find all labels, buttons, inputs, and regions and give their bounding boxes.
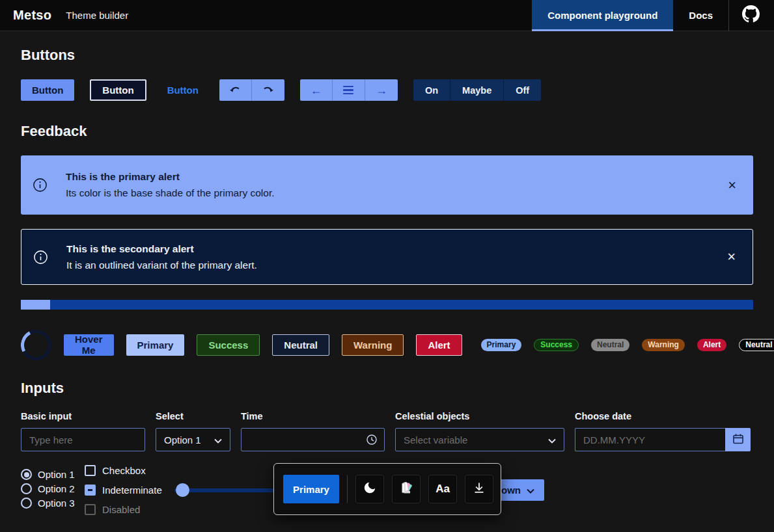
bottom-controls-area: Option 1 Option 2 Option 3 Checkbox Inde… bbox=[21, 463, 753, 528]
arrow-left-icon: ← bbox=[310, 85, 322, 96]
radio-option-2[interactable]: Option 2 bbox=[21, 483, 75, 494]
text-button[interactable]: Button bbox=[162, 79, 204, 101]
slider-track[interactable] bbox=[174, 488, 284, 492]
radio-label: Option 3 bbox=[38, 498, 75, 509]
github-link[interactable] bbox=[728, 0, 774, 31]
primary-alert: This is the primary alert Its color is t… bbox=[21, 155, 753, 215]
primary-button[interactable]: Primary bbox=[126, 334, 185, 356]
spinner bbox=[17, 325, 55, 364]
dark-mode-button[interactable] bbox=[355, 475, 384, 503]
checkbox-indeterminate[interactable]: Indeterminate bbox=[85, 484, 162, 496]
checkbox-disabled-icon bbox=[85, 504, 96, 515]
typography-button[interactable]: Aa bbox=[428, 475, 457, 503]
toolbar-popover: Primary Aa bbox=[273, 463, 501, 515]
header-tabs: Component playground Docs bbox=[532, 0, 774, 31]
download-button[interactable] bbox=[465, 475, 493, 503]
radio-label: Option 1 bbox=[38, 469, 75, 480]
celestial-label: Celestial objects bbox=[395, 411, 564, 423]
app-subtitle: Theme builder bbox=[66, 10, 128, 21]
badge-neutral: Neutral bbox=[591, 339, 629, 351]
brand-logo[interactable]: Metso bbox=[13, 8, 51, 23]
main-content: Buttons Button Button Button ← bbox=[0, 47, 774, 528]
alert-text: This is the secondary alert It is an out… bbox=[66, 243, 257, 271]
chevron-down-icon bbox=[214, 434, 222, 446]
chevron-down-icon bbox=[548, 434, 556, 446]
radio-option-1[interactable]: Option 1 bbox=[21, 469, 75, 480]
basic-input[interactable] bbox=[21, 428, 145, 451]
badge-primary: Primary bbox=[481, 339, 522, 351]
checkbox-indeterminate-icon bbox=[85, 485, 96, 496]
theme-swatch-button[interactable] bbox=[392, 475, 421, 503]
redo-icon bbox=[262, 83, 275, 98]
info-icon bbox=[33, 178, 48, 193]
date-input[interactable] bbox=[575, 428, 725, 451]
celestial-placeholder: Select variable bbox=[404, 434, 467, 446]
badge-success: Success bbox=[534, 339, 579, 351]
filled-button[interactable]: Button bbox=[21, 79, 74, 101]
tab-docs[interactable]: Docs bbox=[673, 0, 728, 31]
tab-component-playground[interactable]: Component playground bbox=[532, 0, 673, 31]
checkbox-disabled: Disabled bbox=[85, 503, 162, 515]
checkbox-unchecked[interactable]: Checkbox bbox=[85, 464, 162, 476]
section-title-feedback: Feedback bbox=[21, 123, 753, 140]
color-swatch-fan-icon bbox=[398, 480, 414, 499]
radio-checked-icon bbox=[21, 469, 32, 480]
checkbox-group: Checkbox Indeterminate Disabled bbox=[85, 464, 162, 515]
time-field: Time bbox=[241, 411, 385, 451]
checkbox-icon bbox=[85, 465, 96, 476]
popover-divider bbox=[347, 475, 348, 503]
menu-button[interactable] bbox=[333, 79, 365, 101]
progress-fill bbox=[21, 300, 50, 310]
undo-icon bbox=[228, 83, 242, 98]
badge-neutral-outline: Neutral bbox=[739, 339, 774, 351]
nav-button-group: ← → bbox=[300, 79, 398, 101]
alert-title: This is the secondary alert bbox=[66, 243, 257, 255]
toggle-button-group: On Maybe Off bbox=[413, 79, 541, 101]
history-button-group bbox=[219, 79, 284, 101]
radio-unchecked-icon bbox=[21, 483, 32, 494]
close-icon[interactable]: × bbox=[727, 250, 736, 264]
basic-input-label: Basic input bbox=[21, 411, 145, 423]
checkbox-label: Indeterminate bbox=[102, 485, 162, 496]
secondary-alert: This is the secondary alert It is an out… bbox=[21, 229, 753, 285]
redo-button[interactable] bbox=[252, 79, 284, 101]
section-title-inputs: Inputs bbox=[21, 380, 753, 397]
radio-unchecked-icon bbox=[21, 498, 32, 509]
download-icon bbox=[473, 481, 486, 498]
badge-warning: Warning bbox=[642, 339, 685, 351]
arrow-right-icon: → bbox=[376, 85, 387, 96]
input-fields-row: Basic input Select Option 1 Time Celesti… bbox=[21, 411, 753, 451]
arrow-left-button[interactable]: ← bbox=[300, 79, 333, 101]
basic-input-field: Basic input bbox=[21, 411, 145, 451]
slider-thumb[interactable] bbox=[176, 483, 189, 497]
checkbox-label: Disabled bbox=[102, 504, 140, 515]
celestial-select[interactable]: Select variable bbox=[395, 428, 564, 451]
popover-primary-button[interactable]: Primary bbox=[283, 475, 339, 503]
hover-me-button[interactable]: Hover Me bbox=[64, 334, 114, 356]
success-button[interactable]: Success bbox=[197, 334, 260, 356]
time-input[interactable] bbox=[241, 428, 385, 451]
undo-button[interactable] bbox=[219, 79, 252, 101]
chevron-down-icon bbox=[527, 485, 534, 496]
celestial-field: Celestial objects Select variable bbox=[395, 411, 564, 451]
radio-label: Option 2 bbox=[38, 483, 75, 494]
alert-button[interactable]: Alert bbox=[416, 334, 462, 356]
neutral-button[interactable]: Neutral bbox=[272, 334, 329, 356]
alert-text: This is the primary alert Its color is t… bbox=[66, 171, 275, 199]
toggle-off-button[interactable]: Off bbox=[504, 79, 541, 101]
calendar-icon bbox=[732, 432, 745, 447]
select-input[interactable]: Option 1 bbox=[156, 428, 230, 451]
moon-icon bbox=[363, 481, 377, 498]
alert-message: Its color is the base shade of the prima… bbox=[66, 187, 275, 199]
slider[interactable] bbox=[174, 483, 284, 498]
calendar-button[interactable] bbox=[725, 428, 751, 451]
toggle-on-button[interactable]: On bbox=[413, 79, 450, 101]
toggle-maybe-button[interactable]: Maybe bbox=[450, 79, 504, 101]
radio-option-3[interactable]: Option 3 bbox=[21, 498, 75, 509]
outlined-button[interactable]: Button bbox=[90, 79, 146, 101]
select-field: Select Option 1 bbox=[156, 411, 230, 451]
arrow-right-button[interactable]: → bbox=[365, 79, 398, 101]
close-icon[interactable]: × bbox=[728, 178, 736, 193]
warning-button[interactable]: Warning bbox=[342, 334, 404, 356]
info-icon bbox=[33, 250, 48, 265]
